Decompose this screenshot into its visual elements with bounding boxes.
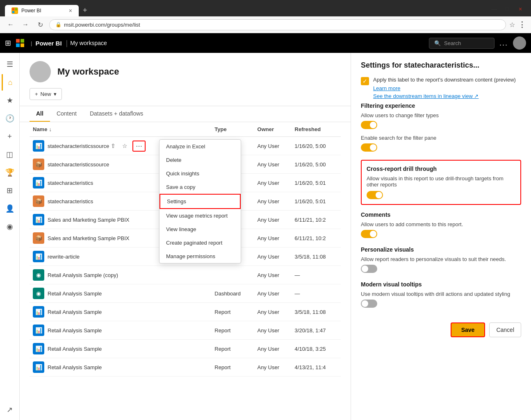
share-icon[interactable]: ⇧	[109, 160, 117, 168]
favorite-icon[interactable]: ☆	[91, 252, 100, 261]
waffle-icon[interactable]: ⊞	[5, 39, 11, 48]
personalize-toggle[interactable]	[361, 265, 377, 273]
row-name-cell-11: 📊 Retail Analysis Sample ⇧ ☆ ⋯	[30, 340, 211, 358]
more-options-button[interactable]: ⋯	[116, 178, 129, 188]
share-icon[interactable]: ⇧	[102, 289, 110, 297]
content-area: My workspace + New ▾ All Content Dataset…	[20, 53, 351, 420]
cancel-button[interactable]: Cancel	[489, 322, 521, 337]
favorite-icon[interactable]: ☆	[121, 160, 129, 168]
share-icon[interactable]: ⇧	[102, 326, 110, 334]
favorite-icon[interactable]: ☆	[105, 197, 113, 205]
tab-all[interactable]: All	[30, 106, 50, 122]
lineage-link[interactable]: See the downstream items in lineage view…	[373, 93, 516, 99]
user-avatar[interactable]	[513, 36, 526, 50]
sidebar-favorites-icon[interactable]: ★	[2, 92, 18, 109]
favorite-icon[interactable]: ☆	[113, 326, 122, 334]
refresh-button[interactable]: ↻	[34, 19, 46, 30]
sidebar-create-icon[interactable]: +	[2, 128, 18, 145]
sidebar-expand-icon[interactable]: ↗	[2, 402, 18, 418]
favorite-icon[interactable]: ☆	[113, 345, 122, 353]
sidebar-apps-icon[interactable]: ⊞	[2, 182, 18, 199]
browser-more-button[interactable]: ⋮	[518, 20, 526, 29]
row-refreshed: 6/11/21, 10:2	[292, 229, 341, 247]
filter-types-toggle[interactable]	[361, 121, 377, 129]
context-menu-usage[interactable]: View usage metrics report	[160, 209, 241, 222]
more-options-button[interactable]: ⋯	[132, 159, 145, 170]
sidebar-browse-icon[interactable]: ◫	[2, 146, 18, 163]
row-type	[211, 266, 254, 284]
tab-close-button[interactable]: ×	[69, 7, 72, 14]
sidebar-learning-icon[interactable]: ◉	[2, 218, 18, 235]
topbar-more-button[interactable]: ...	[499, 39, 508, 48]
sidebar-home-icon[interactable]: ⌂	[2, 74, 18, 91]
powerbi-brand: Power BI	[35, 40, 62, 47]
more-options-button[interactable]: ⋯	[116, 196, 129, 207]
new-button[interactable]: + New ▾	[30, 88, 62, 100]
row-name: statecharacteristicssource	[48, 161, 109, 168]
share-icon[interactable]: ⇧	[80, 252, 88, 261]
favorite-icon[interactable]: ★	[113, 289, 122, 297]
more-options-button[interactable]: ⋯	[125, 325, 137, 336]
apply-label-checkbox[interactable]: ✓	[361, 77, 369, 85]
save-button[interactable]: Save	[451, 322, 485, 337]
window-minimize-button[interactable]: —	[488, 3, 500, 15]
new-tab-button[interactable]: +	[80, 5, 91, 16]
window-maximize-button[interactable]: □	[501, 3, 513, 15]
more-options-button[interactable]: ⋯	[125, 362, 137, 372]
share-icon[interactable]: ⇧	[129, 234, 137, 242]
checkbox-check-icon: ✓	[362, 78, 367, 84]
browser-tab[interactable]: Power BI ×	[5, 5, 79, 16]
back-button[interactable]: ←	[5, 19, 16, 30]
context-menu-lineage[interactable]: View lineage	[160, 222, 241, 236]
search-box[interactable]: 🔍 Search	[429, 38, 495, 49]
learn-more-link[interactable]: Learn more	[373, 85, 516, 91]
share-icon[interactable]: ⇧	[93, 197, 101, 205]
more-options-button[interactable]: ⋯	[125, 307, 137, 317]
more-options-button[interactable]: ⋯	[125, 288, 137, 299]
filter-search-toggle[interactable]	[361, 143, 377, 152]
row-type-icon: 📊	[33, 177, 44, 188]
sidebar-menu-icon[interactable]: ☰	[2, 56, 18, 73]
context-menu-permissions[interactable]: Manage permissions	[160, 250, 241, 263]
new-plus-icon: +	[35, 91, 38, 97]
tooltips-toggle[interactable]	[361, 300, 377, 308]
more-options-button[interactable]: ⋯	[132, 141, 146, 152]
context-menu-settings[interactable]: Settings	[160, 194, 241, 209]
cross-report-toggle[interactable]	[367, 191, 383, 199]
share-icon[interactable]: ⇧	[102, 345, 110, 353]
favorite-icon[interactable]: ☆	[141, 216, 149, 224]
url-bar[interactable]: 🔒 msit.powerbi.com/groups/me/list	[49, 19, 506, 30]
favorite-icon[interactable]: ☆	[113, 363, 122, 371]
row-refreshed: 3/5/18, 11:08	[292, 303, 341, 321]
share-icon[interactable]: ⇧	[102, 308, 110, 316]
more-options-button[interactable]: ⋯	[141, 270, 154, 280]
tab-datasets[interactable]: Datasets + dataflows	[83, 106, 150, 122]
context-menu-insights[interactable]: Quick insights	[160, 167, 241, 180]
more-options-button[interactable]: ⋯	[125, 344, 137, 354]
share-icon[interactable]: ⇧	[129, 216, 137, 224]
tab-content[interactable]: Content	[50, 106, 83, 122]
share-icon[interactable]: ⇧	[102, 363, 110, 371]
sidebar-goals-icon[interactable]: 🏆	[2, 164, 18, 181]
context-menu-save-copy[interactable]: Save a copy	[160, 180, 241, 194]
workspace-actions: + New ▾	[20, 82, 351, 106]
favorite-icon[interactable]: ☆	[141, 234, 149, 242]
share-icon[interactable]: ⇧	[109, 142, 117, 150]
bookmark-icon[interactable]: ☆	[509, 21, 515, 29]
forward-button[interactable]: →	[20, 19, 31, 30]
favorite-icon[interactable]: ☆	[121, 142, 129, 150]
sidebar-recent-icon[interactable]: 🕐	[2, 110, 18, 127]
favorite-icon[interactable]: ☆	[113, 308, 122, 316]
row-name: Retail Analysis Sample (copy)	[48, 272, 118, 278]
favorite-icon[interactable]: ☆	[105, 179, 113, 187]
sidebar-people-icon[interactable]: 👤	[2, 200, 18, 217]
context-menu-paginated[interactable]: Create paginated report	[160, 236, 241, 250]
context-menu-delete[interactable]: Delete	[160, 153, 241, 167]
comments-toggle[interactable]	[361, 230, 377, 238]
share-icon[interactable]: ⇧	[118, 271, 126, 279]
more-options-button[interactable]: ⋯	[103, 252, 115, 262]
context-menu-analyze[interactable]: Analyze in Excel	[160, 140, 241, 153]
favorite-icon[interactable]: ☆	[130, 271, 138, 279]
window-close-button[interactable]: ×	[515, 3, 526, 15]
share-icon[interactable]: ⇧	[93, 179, 101, 187]
